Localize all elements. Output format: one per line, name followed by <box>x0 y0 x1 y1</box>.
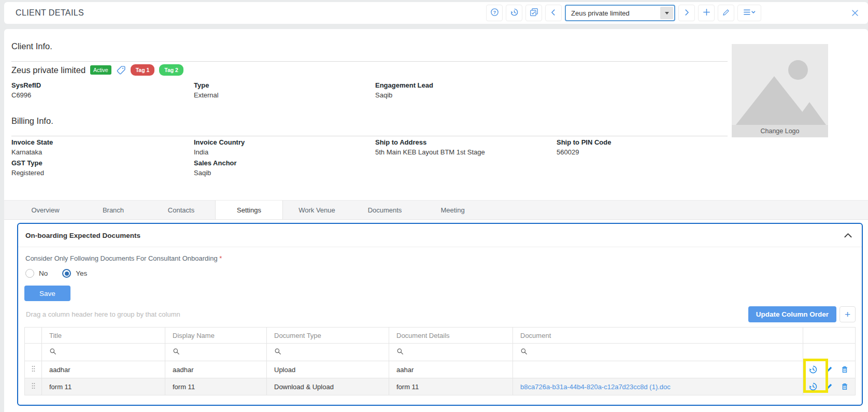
table-row: aadhar aadhar Upload aahar <box>25 361 856 378</box>
field-value: 560029 <box>557 149 611 156</box>
field-value: Saqib <box>194 169 237 177</box>
search-icon <box>396 348 404 357</box>
field-label: Sales Anchor <box>194 160 237 167</box>
tab-contacts[interactable]: Contacts <box>147 201 215 219</box>
drag-handle[interactable] <box>25 361 42 378</box>
tag-icon[interactable] <box>116 65 126 75</box>
required-asterisk: * <box>219 254 222 262</box>
column-header-document-type[interactable]: Document Type <box>267 328 389 344</box>
client-details-page: CLIENT DETAILS ? <box>0 0 868 412</box>
row-delete-button[interactable] <box>841 382 849 391</box>
update-column-order-button[interactable]: Update Column Order <box>748 306 836 322</box>
radio-no-label: No <box>39 269 48 277</box>
client-tabs: Overview Branch Contacts Settings Work V… <box>4 200 868 220</box>
grid-filter-row <box>25 344 856 361</box>
svg-text:?: ? <box>493 10 495 15</box>
field-sysrefid: SysRefID C6996 <box>11 82 41 99</box>
cell-document-type: Download & Upload <box>267 378 389 395</box>
search-icon <box>173 348 180 357</box>
row-delete-button[interactable] <box>841 365 849 374</box>
filter-document[interactable] <box>513 344 803 361</box>
next-client-button[interactable] <box>678 5 695 21</box>
column-header-document-details[interactable]: Document Details <box>389 328 513 344</box>
document-link[interactable]: b8ca726a-b31a-44b4-820a-c12a7d23cc8d (1)… <box>520 383 671 391</box>
close-icon <box>850 8 860 19</box>
onboarding-question-label: Consider Only Following Documents For Co… <box>25 254 855 262</box>
field-sales-anchor: Sales Anchor Saqib <box>194 160 237 177</box>
tab-overview[interactable]: Overview <box>11 201 79 219</box>
previous-client-button[interactable] <box>545 5 562 21</box>
radio-yes-circle[interactable] <box>62 269 71 278</box>
tag-badge-2: Tag 2 <box>159 64 183 76</box>
collapse-panel-button[interactable] <box>842 230 854 241</box>
row-history-button[interactable] <box>808 382 818 391</box>
field-label: Invoice State <box>11 139 53 146</box>
add-client-button[interactable] <box>698 5 715 21</box>
actions-column-header <box>803 328 856 344</box>
change-logo-button[interactable]: Change Logo <box>732 125 828 137</box>
list-menu-button[interactable] <box>737 5 761 21</box>
column-header-display-name[interactable]: Display Name <box>165 328 267 344</box>
filter-cell-empty <box>25 344 42 361</box>
add-row-button[interactable]: + <box>839 306 856 322</box>
billing-info-divider <box>11 136 728 136</box>
client-selector[interactable]: Zeus private limited <box>565 5 675 21</box>
tag-badge-1: Tag 1 <box>131 64 155 76</box>
selector-dropdown-button[interactable] <box>660 7 673 19</box>
help-button[interactable]: ? <box>486 5 503 21</box>
cell-display-name: aadhar <box>165 361 267 378</box>
tab-settings[interactable]: Settings <box>215 201 283 219</box>
pencil-icon <box>722 8 730 18</box>
field-label: Ship to Address <box>375 139 485 146</box>
cell-document-type: Upload <box>267 361 389 378</box>
billing-info-heading: Billing Info. <box>11 116 53 126</box>
field-type: Type External <box>194 82 219 99</box>
history-button[interactable] <box>506 5 522 21</box>
row-edit-button[interactable] <box>825 365 833 374</box>
chevron-up-icon <box>844 232 852 239</box>
edit-client-button[interactable] <box>718 5 734 21</box>
tab-branch[interactable]: Branch <box>79 201 147 219</box>
filter-document-type[interactable] <box>267 344 389 361</box>
tab-meeting[interactable]: Meeting <box>419 201 487 219</box>
column-header-document[interactable]: Document <box>513 328 803 344</box>
filter-display-name[interactable] <box>165 344 267 361</box>
tab-documents[interactable]: Documents <box>351 201 419 219</box>
question-text: Consider Only Following Documents For Co… <box>25 254 218 262</box>
cell-title: aadhar <box>42 361 165 378</box>
radio-no[interactable]: No <box>25 269 48 278</box>
save-button[interactable]: Save <box>24 286 70 301</box>
filter-actions-empty <box>803 344 856 361</box>
field-label: GST Type <box>11 160 44 167</box>
search-icon <box>520 348 528 357</box>
radio-yes[interactable]: Yes <box>62 269 87 278</box>
help-icon: ? <box>490 8 499 18</box>
field-value: Saqib <box>375 92 433 99</box>
close-button[interactable] <box>848 7 862 20</box>
radio-no-circle[interactable] <box>25 269 34 278</box>
client-name-row: Zeus private limited Active Tag 1 Tag 2 <box>11 63 183 77</box>
plus-icon <box>702 8 711 18</box>
chevron-left-icon <box>549 8 558 18</box>
row-actions <box>803 361 856 378</box>
copy-check-icon <box>530 8 538 18</box>
radio-yes-label: Yes <box>76 269 87 277</box>
filter-document-details[interactable] <box>389 344 513 361</box>
client-info-heading: Client Info. <box>11 41 52 51</box>
drag-handle[interactable] <box>25 378 42 395</box>
cell-document-details: form 11 <box>389 378 513 395</box>
row-actions <box>803 378 856 395</box>
column-header-title[interactable]: Title <box>42 328 165 344</box>
field-engagement-lead: Engagement Lead Saqib <box>375 82 433 99</box>
copy-check-button[interactable] <box>525 5 542 21</box>
filter-title[interactable] <box>42 344 165 361</box>
group-by-hint[interactable]: Drag a column header here to group by th… <box>26 310 180 318</box>
tab-work-venue[interactable]: Work Venue <box>283 201 351 219</box>
panel-title: On-boarding Expected Documents <box>25 232 140 239</box>
history-icon <box>510 8 519 18</box>
row-history-button[interactable] <box>808 365 818 374</box>
field-value: Registered <box>11 169 44 177</box>
status-badge: Active <box>90 65 111 75</box>
field-value: External <box>194 92 219 99</box>
row-edit-button[interactable] <box>825 382 833 391</box>
